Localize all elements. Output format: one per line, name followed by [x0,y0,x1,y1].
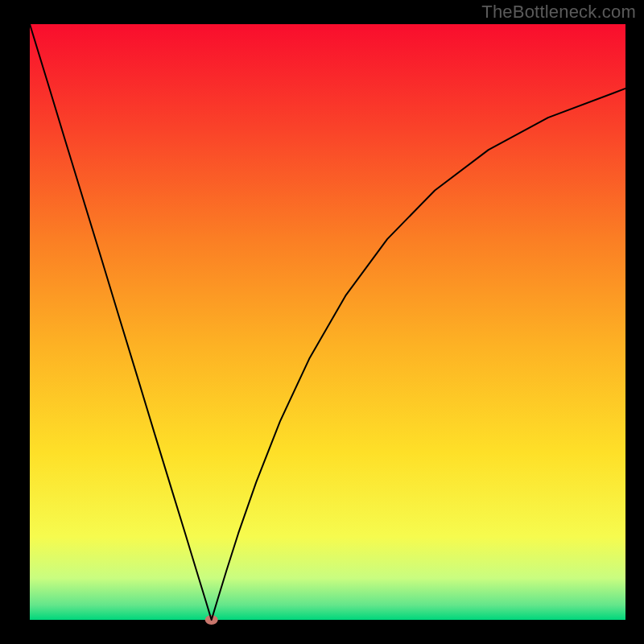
watermark-text: TheBottleneck.com [481,2,636,23]
chart-frame: TheBottleneck.com [0,0,644,644]
bottleneck-chart [0,0,644,644]
plot-background [30,24,625,620]
